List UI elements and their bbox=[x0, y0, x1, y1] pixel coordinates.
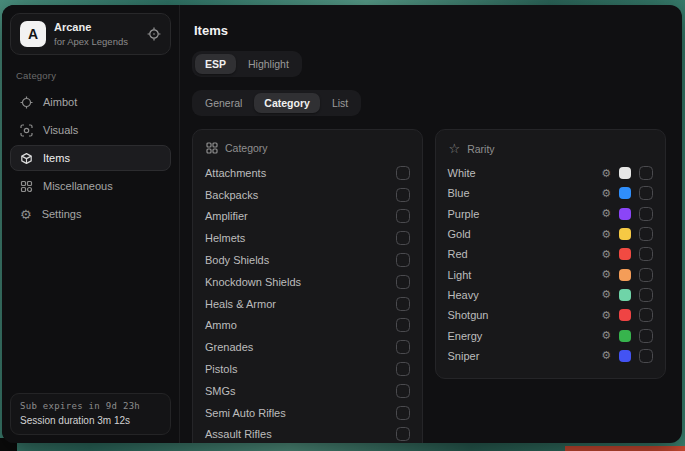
category-row[interactable]: Grenades bbox=[205, 336, 410, 358]
app-title: Arcane bbox=[54, 21, 128, 34]
gear-icon[interactable]: ⚙ bbox=[601, 269, 611, 280]
rarity-checkbox[interactable] bbox=[639, 186, 653, 200]
tab-esp[interactable]: ESP bbox=[195, 54, 236, 74]
category-checkbox[interactable] bbox=[396, 209, 410, 223]
category-row[interactable]: Semi Auto Rifles bbox=[205, 402, 410, 424]
tab-category[interactable]: Category bbox=[254, 93, 320, 113]
category-row[interactable]: Attachments bbox=[205, 162, 410, 184]
sidebar-item-miscellaneous[interactable]: Miscellaneous bbox=[10, 173, 171, 199]
rarity-row[interactable]: Heavy ⚙ bbox=[448, 285, 654, 305]
subscription-card: Sub expires in 9d 23h Session duration 3… bbox=[10, 393, 171, 435]
sidebar-item-aimbot[interactable]: Aimbot bbox=[10, 89, 171, 115]
category-row[interactable]: Helmets bbox=[205, 227, 410, 249]
color-swatch[interactable] bbox=[619, 228, 631, 240]
page-title: Items bbox=[194, 23, 666, 38]
gear-icon[interactable]: ⚙ bbox=[601, 229, 611, 240]
category-row[interactable]: Body Shields bbox=[205, 249, 410, 271]
gear-icon[interactable]: ⚙ bbox=[601, 188, 611, 199]
category-checkbox[interactable] bbox=[396, 166, 410, 180]
category-checkbox[interactable] bbox=[396, 318, 410, 332]
sidebar: A Arcane for Apex Legends Category bbox=[2, 5, 180, 443]
category-row-label: Amplifier bbox=[205, 210, 248, 222]
sidebar-item-label: Miscellaneous bbox=[43, 180, 113, 192]
star-icon: ☆ bbox=[449, 142, 461, 155]
rarity-row[interactable]: White ⚙ bbox=[448, 163, 654, 183]
tab-list[interactable]: List bbox=[322, 93, 358, 113]
sidebar-item-label: Items bbox=[43, 152, 70, 164]
rarity-row[interactable]: Sniper ⚙ bbox=[448, 346, 654, 366]
rarity-checkbox[interactable] bbox=[639, 166, 653, 180]
color-swatch[interactable] bbox=[619, 248, 631, 260]
category-row[interactable]: Knockdown Shields bbox=[205, 271, 410, 293]
color-swatch[interactable] bbox=[619, 309, 631, 321]
crosshair-icon[interactable] bbox=[147, 27, 161, 41]
main-content: Items ESP Highlight General Category Lis… bbox=[180, 5, 682, 443]
category-checkbox[interactable] bbox=[396, 188, 410, 202]
rarity-row-label: Heavy bbox=[448, 289, 594, 301]
rarity-row[interactable]: Light ⚙ bbox=[448, 264, 654, 284]
sidebar-item-settings[interactable]: ⚙ Settings bbox=[10, 201, 171, 227]
gear-icon[interactable]: ⚙ bbox=[601, 249, 611, 260]
sidebar-item-label: Visuals bbox=[43, 124, 78, 136]
gear-icon[interactable]: ⚙ bbox=[601, 168, 611, 179]
gear-icon[interactable]: ⚙ bbox=[601, 310, 611, 321]
rarity-checkbox[interactable] bbox=[639, 207, 653, 221]
color-swatch[interactable] bbox=[619, 350, 631, 362]
category-checkbox[interactable] bbox=[396, 275, 410, 289]
gear-icon: ⚙ bbox=[20, 208, 32, 221]
gear-icon[interactable]: ⚙ bbox=[601, 289, 611, 300]
grid-icon bbox=[20, 180, 33, 193]
color-swatch[interactable] bbox=[619, 187, 631, 199]
wallpaper-red-strip bbox=[565, 446, 685, 451]
app-window: A Arcane for Apex Legends Category bbox=[2, 5, 682, 443]
category-checkbox[interactable] bbox=[396, 362, 410, 376]
category-row[interactable]: SMGs bbox=[205, 380, 410, 402]
rarity-row[interactable]: Blue ⚙ bbox=[448, 183, 654, 203]
category-row[interactable]: Pistols bbox=[205, 358, 410, 380]
rarity-checkbox[interactable] bbox=[639, 247, 653, 261]
gear-icon[interactable]: ⚙ bbox=[601, 350, 611, 361]
sidebar-item-visuals[interactable]: Visuals bbox=[10, 117, 171, 143]
gear-icon[interactable]: ⚙ bbox=[601, 330, 611, 341]
rarity-row-label: White bbox=[448, 167, 594, 179]
category-checkbox[interactable] bbox=[396, 253, 410, 267]
rarity-row[interactable]: Purple ⚙ bbox=[448, 204, 654, 224]
sub-expiry-text: Sub expires in 9d 23h bbox=[20, 401, 161, 411]
rarity-row-label: Gold bbox=[448, 228, 594, 240]
rarity-checkbox[interactable] bbox=[639, 349, 653, 363]
category-row[interactable]: Ammo bbox=[205, 315, 410, 337]
rarity-row-label: Shotgun bbox=[448, 309, 594, 321]
rarity-checkbox[interactable] bbox=[639, 288, 653, 302]
rarity-row[interactable]: Energy ⚙ bbox=[448, 325, 654, 345]
color-swatch[interactable] bbox=[619, 269, 631, 281]
rarity-checkbox[interactable] bbox=[639, 227, 653, 241]
category-panel: Category Attachments Backpacks bbox=[192, 129, 423, 443]
category-row[interactable]: Assault Rifles bbox=[205, 424, 410, 443]
category-checkbox[interactable] bbox=[396, 406, 410, 420]
gear-icon[interactable]: ⚙ bbox=[601, 208, 611, 219]
category-row[interactable]: Heals & Armor bbox=[205, 293, 410, 315]
rarity-checkbox[interactable] bbox=[639, 329, 653, 343]
category-row[interactable]: Amplifier bbox=[205, 206, 410, 228]
rarity-row[interactable]: Shotgun ⚙ bbox=[448, 305, 654, 325]
category-checkbox[interactable] bbox=[396, 297, 410, 311]
category-row-label: Body Shields bbox=[205, 254, 269, 266]
color-swatch[interactable] bbox=[619, 167, 631, 179]
category-checkbox[interactable] bbox=[396, 384, 410, 398]
rarity-row[interactable]: Red ⚙ bbox=[448, 244, 654, 264]
app-subtitle: for Apex Legends bbox=[54, 36, 128, 47]
tab-highlight[interactable]: Highlight bbox=[238, 54, 299, 74]
rarity-row[interactable]: Gold ⚙ bbox=[448, 224, 654, 244]
color-swatch[interactable] bbox=[619, 208, 631, 220]
category-checkbox[interactable] bbox=[396, 340, 410, 354]
category-checkbox[interactable] bbox=[396, 427, 410, 441]
rarity-checkbox[interactable] bbox=[639, 268, 653, 282]
category-row-label: Semi Auto Rifles bbox=[205, 407, 286, 419]
color-swatch[interactable] bbox=[619, 289, 631, 301]
rarity-checkbox[interactable] bbox=[639, 308, 653, 322]
color-swatch[interactable] bbox=[619, 330, 631, 342]
category-checkbox[interactable] bbox=[396, 231, 410, 245]
category-row[interactable]: Backpacks bbox=[205, 184, 410, 206]
sidebar-item-items[interactable]: Items bbox=[10, 145, 171, 171]
tab-general[interactable]: General bbox=[195, 93, 252, 113]
